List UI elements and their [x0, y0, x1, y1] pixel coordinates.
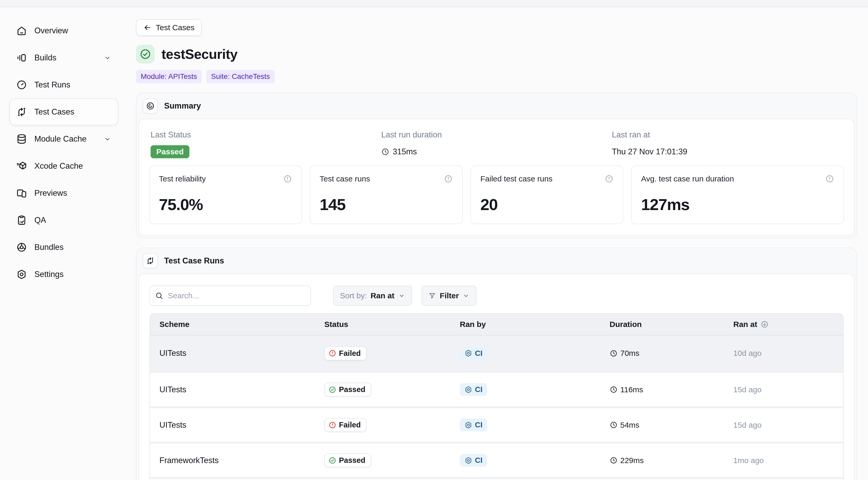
database-icon	[16, 134, 27, 144]
sidebar-item-label: Module Cache	[34, 134, 87, 144]
filter-label: Filter	[440, 291, 459, 300]
column-header-ran-at[interactable]: Ran at	[727, 320, 843, 329]
info-icon[interactable]	[283, 174, 292, 183]
sidebar-item-label: QA	[34, 215, 46, 225]
field-label: Last Status	[151, 130, 381, 139]
sort-by-button[interactable]: Sort by: Ran at	[333, 285, 412, 306]
scheme-cell: FrameworkTests	[150, 456, 318, 465]
metric-test-case-runs: Test case runs 145	[310, 166, 463, 224]
package-speed-icon	[16, 161, 27, 172]
info-icon[interactable]	[825, 174, 834, 183]
metric-value: 20	[480, 195, 614, 214]
search-input[interactable]	[150, 285, 311, 306]
sidebar-item-settings[interactable]: Settings	[9, 261, 118, 288]
last-status-badge: Passed	[151, 145, 189, 158]
search-icon	[155, 291, 164, 300]
status-check-tile	[136, 45, 155, 64]
sidebar-item-bundles[interactable]: Bundles	[9, 234, 118, 261]
sidebar-item-label: Bundles	[34, 243, 64, 252]
ci-nut-icon	[464, 349, 472, 357]
summary-panel: Summary Last Status Passed Last run dura…	[136, 93, 857, 238]
back-button-label: Test Cases	[156, 23, 194, 32]
check-circle-icon	[140, 48, 151, 60]
ci-nut-icon	[464, 421, 472, 429]
table-row[interactable]: UITests Passed CI 116ms 15d ago	[150, 371, 843, 406]
sidebar-item-label: Previews	[34, 188, 67, 198]
table-row[interactable]: UITests Failed CI 54ms 15d ago	[150, 406, 843, 442]
status-badge: Failed	[324, 346, 367, 360]
clock-icon	[610, 349, 618, 357]
column-header-status[interactable]: Status	[318, 320, 454, 329]
info-icon[interactable]	[444, 174, 453, 183]
sidebar-item-builds[interactable]: Builds	[9, 44, 118, 71]
table-row-partial[interactable]	[150, 477, 843, 480]
gauge-icon	[16, 79, 27, 90]
table-row[interactable]: FrameworkTests Passed CI 229ms 1mo ago	[150, 442, 843, 477]
column-header-duration[interactable]: Duration	[603, 320, 727, 329]
ran-at-cell: 10d ago	[727, 349, 843, 358]
chevron-down-icon[interactable]	[104, 54, 112, 62]
sidebar-item-test-runs[interactable]: Test Runs	[9, 71, 118, 98]
main-content: Test Cases testSecurity Module: APITests…	[128, 7, 868, 479]
runs-panel-header: Test Case Runs	[136, 248, 857, 274]
sidebar-item-module-cache[interactable]: Module Cache	[9, 126, 118, 152]
page-title: testSecurity	[161, 46, 238, 62]
status-badge: Passed	[324, 453, 371, 467]
ran-by-chip: CI	[460, 347, 487, 360]
back-arrow-icon	[143, 24, 152, 32]
ran-at-cell: 15d ago	[727, 385, 843, 394]
metric-value: 75.0%	[159, 195, 292, 214]
builds-icon	[16, 52, 27, 63]
scheme-cell: UITests	[150, 348, 318, 358]
last-ran-at-field: Last ran at Thu 27 Nov 17:01:39	[612, 130, 842, 158]
sidebar-item-label: Test Cases	[34, 107, 74, 116]
runs-card: Sort by: Ran at Filter Scheme Status R	[138, 274, 855, 480]
title-row: testSecurity	[136, 45, 857, 64]
filter-button[interactable]: Filter	[422, 285, 476, 306]
table-row[interactable]: UITests Failed CI 70ms 10d ago	[150, 336, 843, 371]
runs-title: Test Case Runs	[164, 256, 224, 266]
back-button[interactable]: Test Cases	[136, 19, 202, 36]
column-header-scheme[interactable]: Scheme	[150, 320, 318, 329]
target-disc-icon	[146, 102, 155, 110]
metric-value: 145	[320, 195, 453, 214]
passed-icon	[329, 386, 336, 393]
chevron-down-icon[interactable]	[104, 135, 112, 143]
ran-at-cell: 15d ago	[727, 421, 843, 430]
funnel-icon	[428, 292, 436, 300]
sidebar-item-overview[interactable]: Overview	[9, 17, 118, 44]
sidebar-item-previews[interactable]: Previews	[9, 180, 118, 207]
sort-descending-icon[interactable]	[761, 320, 769, 329]
test-case-runs-panel: Test Case Runs Sort by: Ran at Fi	[136, 247, 857, 480]
window-top-bar	[0, 0, 868, 7]
sidebar-item-xcode-cache[interactable]: Xcode Cache	[9, 152, 118, 180]
wheel-icon	[16, 242, 27, 253]
metric-avg-duration: Avg. test case run duration 127ms	[631, 166, 844, 224]
suite-badge: Suite: CacheTests	[206, 70, 275, 83]
sidebar-item-qa[interactable]: QA	[9, 207, 118, 234]
scheme-cell: UITests	[150, 420, 318, 430]
sidebar-item-test-cases[interactable]: Test Cases	[9, 98, 118, 126]
sort-by-label: Sort by:	[340, 291, 367, 300]
devices-icon	[16, 188, 27, 199]
duration-cell: 70ms	[603, 349, 727, 358]
column-header-ran-by[interactable]: Ran by	[454, 320, 603, 329]
sort-by-value: Ran at	[370, 291, 394, 300]
last-ran-at-value: Thu 27 Nov 17:01:39	[612, 147, 687, 157]
runs-icon-button[interactable]	[143, 253, 158, 268]
scheme-cell: UITests	[150, 385, 318, 395]
duration-cell: 229ms	[603, 456, 727, 465]
clock-icon	[381, 147, 390, 156]
sidebar-item-label: Test Runs	[34, 80, 70, 90]
search-box	[150, 285, 311, 306]
metric-label: Failed test case runs	[480, 174, 553, 183]
summary-icon-button[interactable]	[143, 98, 158, 113]
table-controls: Sort by: Ran at Filter	[139, 274, 854, 306]
info-icon[interactable]	[604, 174, 614, 183]
sidebar-item-label: Builds	[34, 53, 56, 63]
ran-at-cell: 1mo ago	[727, 456, 843, 465]
route-icon	[146, 256, 155, 265]
sidebar-item-label: Xcode Cache	[34, 161, 83, 171]
ran-by-chip: CI	[460, 454, 487, 467]
test-case-runs-table: Scheme Status Ran by Duration Ran at UIT…	[150, 313, 843, 480]
